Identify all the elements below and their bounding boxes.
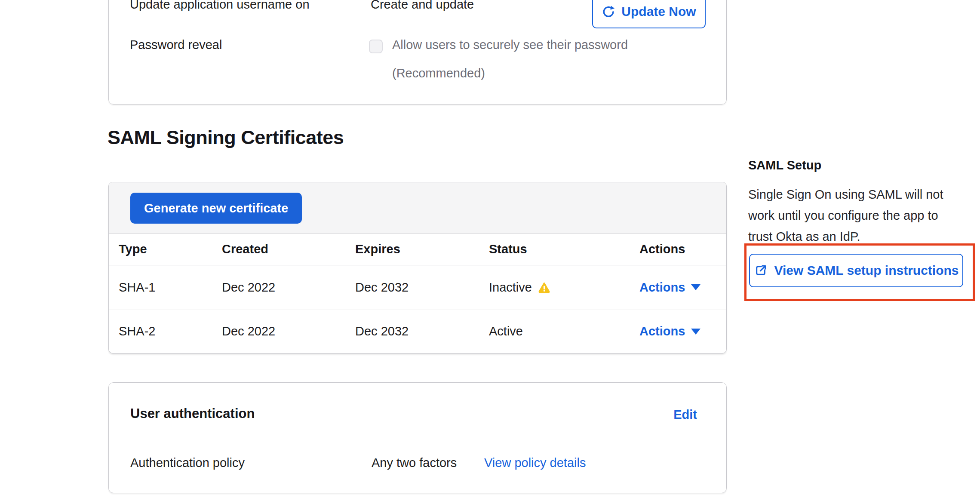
status-text: Active [489, 324, 523, 338]
certificate-row: SHA-2 Dec 2022 Dec 2032 Active Actions [109, 310, 726, 353]
external-link-icon [754, 264, 768, 277]
cert-status-cell: Active [479, 310, 630, 353]
auth-policy-label: Authentication policy [130, 456, 245, 470]
view-saml-setup-button[interactable]: View SAML setup instructions [749, 254, 963, 287]
actions-dropdown[interactable]: Actions [639, 324, 700, 338]
saml-setup-heading: SAML Setup [748, 158, 821, 172]
cert-type-cell: SHA-1 [109, 265, 212, 310]
saml-setup-description: Single Sign On using SAML will not work … [748, 184, 965, 247]
refresh-icon [602, 5, 615, 18]
column-header-actions: Actions [630, 234, 726, 265]
user-auth-panel: User authentication Edit Authentication … [108, 382, 727, 493]
page-title: SAML Signing Certificates [108, 126, 344, 149]
column-header-type: Type [109, 234, 212, 265]
view-policy-details-link[interactable]: View policy details [484, 456, 586, 470]
cert-created-cell: Dec 2022 [212, 310, 345, 353]
user-auth-heading: User authentication [130, 406, 255, 421]
column-header-created: Created [212, 234, 345, 265]
checkbox-label: Allow users to securely see their passwo… [392, 38, 628, 52]
setting-label: Password reveal [130, 38, 222, 52]
update-now-button[interactable]: Update Now [592, 0, 706, 28]
actions-dropdown[interactable]: Actions [639, 280, 700, 295]
auth-policy-value: Any two factors [372, 456, 457, 470]
cert-created-cell: Dec 2022 [212, 265, 345, 310]
caret-down-icon [691, 329, 700, 335]
column-header-status: Status [479, 234, 630, 265]
column-header-expires: Expires [345, 234, 479, 265]
cert-expires-cell: Dec 2032 [345, 310, 479, 353]
cert-type-cell: SHA-2 [109, 310, 212, 353]
actions-label: Actions [639, 324, 685, 338]
caret-down-icon [691, 284, 700, 290]
actions-label: Actions [639, 280, 685, 295]
setting-label: Update application username on [130, 0, 310, 12]
update-now-label: Update Now [621, 4, 696, 19]
cert-expires-cell: Dec 2032 [345, 265, 479, 310]
warning-icon [538, 282, 550, 293]
setting-value: Create and update [371, 0, 474, 12]
certificates-table: Type Created Expires Status Actions SHA-… [109, 234, 726, 353]
certificates-panel: Generate new certificate Type Created Ex… [108, 182, 727, 354]
recommended-label: (Recommended) [392, 66, 485, 80]
certificates-toolbar: Generate new certificate [109, 182, 726, 234]
app-settings-page: Update application username on Create an… [0, 0, 980, 498]
generate-certificate-button[interactable]: Generate new certificate [130, 193, 302, 224]
view-saml-setup-label: View SAML setup instructions [774, 263, 959, 278]
password-reveal-checkbox[interactable] [369, 40, 383, 53]
table-header-row: Type Created Expires Status Actions [109, 234, 726, 265]
edit-link[interactable]: Edit [673, 408, 697, 422]
cert-status-cell: Inactive [479, 265, 630, 310]
certificate-row: SHA-1 Dec 2022 Dec 2032 Inactive [109, 265, 726, 310]
status-text: Inactive [489, 280, 532, 295]
